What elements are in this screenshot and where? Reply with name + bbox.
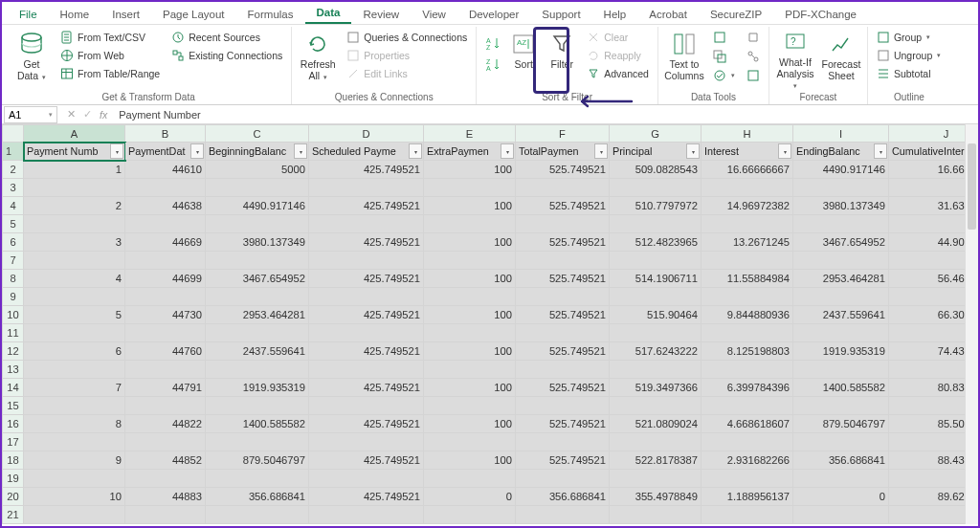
cell[interactable] [610,361,702,379]
cell[interactable] [424,252,516,270]
cell[interactable]: 4 [24,270,125,288]
row-header[interactable]: 15 [3,397,24,415]
cell[interactable] [702,252,793,270]
from-text-csv-button[interactable]: From Text/CSV [57,29,163,46]
cell[interactable] [206,397,309,415]
cell[interactable]: 2.931682266 [702,451,793,470]
cell[interactable] [793,433,889,451]
subtotal-button[interactable]: Subtotal [874,65,944,82]
row-header[interactable]: 3 [3,179,24,197]
cell[interactable]: 100 [424,233,516,252]
cell[interactable] [793,215,889,233]
cell[interactable]: 512.4823965 [610,233,702,252]
cell[interactable]: 8.125198803 [702,342,793,361]
cell[interactable] [309,215,424,233]
cell[interactable] [793,506,889,524]
cell[interactable]: 16.66666667 [702,161,793,179]
cell[interactable] [702,324,793,342]
cell[interactable]: 2953.464281 [206,306,309,324]
cell[interactable] [793,524,889,525]
tab-view[interactable]: View [411,5,457,24]
table-header-cell[interactable]: TotalPaymen▾ [516,143,610,161]
table-header-cell[interactable]: Interest▾ [702,143,793,161]
cell[interactable] [424,215,516,233]
cell[interactable]: 2437.559641 [793,306,889,324]
tab-formulas[interactable]: Formulas [236,5,305,24]
row-header[interactable]: 20 [3,488,24,506]
cell[interactable]: 525.749521 [516,161,610,179]
cell[interactable]: 521.0809024 [610,415,702,433]
cell[interactable]: 13.2671245 [702,233,793,252]
row-header[interactable]: 4 [3,197,24,215]
filter-dropdown-icon[interactable]: ▾ [594,143,608,159]
cell[interactable] [309,433,424,451]
cell[interactable] [125,397,206,415]
cell[interactable]: 425.749521 [309,488,424,506]
cell[interactable] [516,324,610,342]
cell[interactable] [793,179,889,197]
cell[interactable]: 525.749521 [516,342,610,361]
cell[interactable] [125,179,206,197]
reapply-button[interactable]: Reapply [584,47,652,64]
cell[interactable] [206,506,309,524]
cell[interactable]: 100 [424,451,516,470]
cell[interactable] [424,324,516,342]
row-header[interactable]: 1 [3,143,24,161]
cell[interactable]: 1.188956137 [702,488,793,506]
row-header[interactable]: 11 [3,324,24,342]
cell[interactable] [309,288,424,306]
cell[interactable]: 44699 [125,270,206,288]
cell[interactable]: 517.6243222 [610,342,702,361]
row-header[interactable]: 10 [3,306,24,324]
tab-file[interactable]: File [8,5,49,24]
cell[interactable]: 355.4978849 [610,488,702,506]
cell[interactable]: 525.749521 [516,379,610,397]
cell[interactable] [424,179,516,197]
cell[interactable]: 3467.654952 [793,233,889,252]
table-header-cell[interactable]: BeginningBalanc▾ [206,143,309,161]
table-header-cell[interactable]: Payment Numb▾ [24,143,125,161]
cell[interactable]: 356.686841 [516,488,610,506]
cell[interactable] [793,397,889,415]
spreadsheet-grid[interactable]: ABCDEFGHIJK1Payment Numb▾PaymentDat▾Begi… [2,124,978,524]
cell[interactable] [125,252,206,270]
cell[interactable] [702,470,793,488]
cell[interactable]: 525.749521 [516,233,610,252]
cell[interactable] [610,252,702,270]
cell[interactable]: 9.844880936 [702,306,793,324]
tab-support[interactable]: Support [530,5,591,24]
text-to-columns-button[interactable]: Text toColumns [664,29,704,88]
get-data-button[interactable]: GetData ▾ [11,29,52,88]
from-table-range-button[interactable]: From Table/Range [57,65,163,82]
cell[interactable] [516,397,610,415]
cell[interactable]: 525.749521 [516,415,610,433]
cell[interactable] [125,215,206,233]
row-header[interactable]: 8 [3,270,24,288]
cell[interactable] [424,288,516,306]
cell[interactable] [702,524,793,525]
relationships-button[interactable] [744,48,763,65]
filter-dropdown-icon[interactable]: ▾ [190,143,204,159]
cell[interactable] [309,252,424,270]
cell[interactable]: 510.7797972 [610,197,702,215]
col-header-E[interactable]: E [424,125,516,143]
cell[interactable]: 515.90464 [610,306,702,324]
properties-button[interactable]: Properties [344,47,470,64]
cell[interactable] [610,433,702,451]
advanced-filter-button[interactable]: Advanced [584,65,652,82]
cell[interactable] [424,433,516,451]
filter-dropdown-icon[interactable]: ▾ [778,143,791,159]
cell[interactable] [702,179,793,197]
cell[interactable]: 44822 [125,415,206,433]
cell[interactable]: 3467.654952 [206,270,309,288]
cell[interactable]: 514.1906711 [610,270,702,288]
cell[interactable] [702,397,793,415]
table-header-cell[interactable]: Principal▾ [610,143,702,161]
cell[interactable] [516,179,610,197]
cell[interactable]: 100 [424,270,516,288]
cell[interactable]: 1400.585582 [206,415,309,433]
row-header[interactable]: 6 [3,233,24,252]
from-web-button[interactable]: From Web [57,47,163,64]
cell[interactable]: 100 [424,342,516,361]
cell[interactable] [309,397,424,415]
